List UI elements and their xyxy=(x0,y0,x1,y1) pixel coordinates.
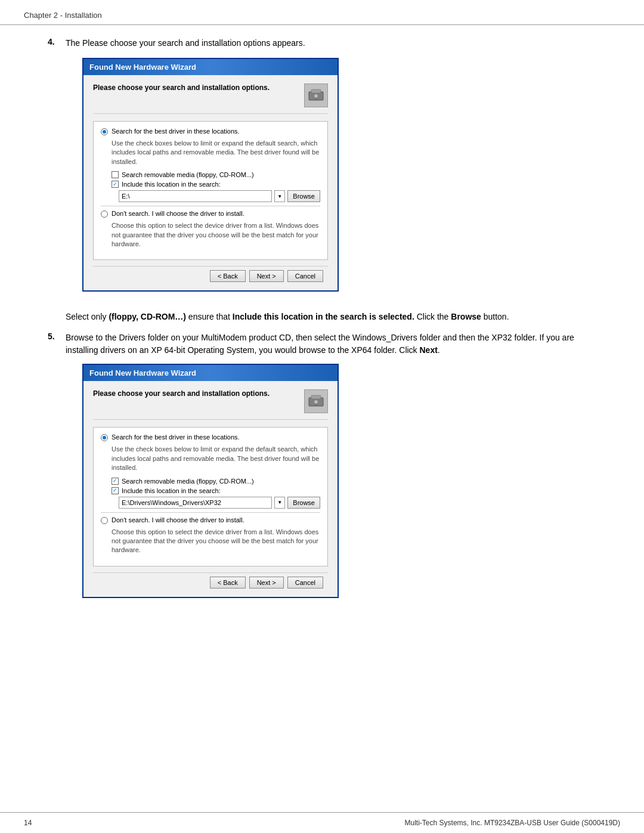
radio-label-1b: Don't search. I will choose the driver t… xyxy=(112,210,244,217)
page-footer: 14 Multi-Tech Systems, Inc. MT9234ZBA-US… xyxy=(0,812,644,833)
step-4-number: 4. xyxy=(48,37,60,300)
svg-rect-5 xyxy=(311,395,321,399)
path-input-2[interactable] xyxy=(119,497,272,509)
checkbox-row-2b[interactable]: Include this location in the search: xyxy=(112,487,320,494)
cancel-button-2[interactable]: Cancel xyxy=(287,577,323,589)
wizard-title-bar-2: Found New Hardware Wizard xyxy=(83,365,338,381)
bold-browse: Browse xyxy=(451,312,481,321)
step-5-text: Browse to the Drivers folder on your Mul… xyxy=(66,333,574,355)
content-area: 4. The Please choose your search and ins… xyxy=(0,25,644,812)
bold-include: Include this location in the search is s… xyxy=(233,312,414,321)
checkbox-2b[interactable] xyxy=(112,487,119,494)
path-row-2: ▼ Browse xyxy=(119,497,320,509)
footer-page-number: 14 xyxy=(24,819,32,827)
wizard-header-title-2: Please choose your search and installati… xyxy=(93,389,270,398)
bold-next: Next xyxy=(420,345,438,355)
wizard-content-1: Search for the best driver in these loca… xyxy=(93,121,328,260)
svg-rect-3 xyxy=(315,98,317,100)
wizard-dialog-1: Found New Hardware Wizard Please choose … xyxy=(82,58,339,292)
browse-button-1[interactable]: Browse xyxy=(287,190,320,202)
path-input-1[interactable] xyxy=(119,190,272,202)
svg-rect-1 xyxy=(311,89,321,93)
radio-option-2a[interactable]: Search for the best driver in these loca… xyxy=(101,433,320,441)
radio-desc-1a: Use the check boxes below to limit or ex… xyxy=(112,139,320,166)
step-5-number: 5. xyxy=(48,332,60,606)
divider-2 xyxy=(101,512,320,513)
divider-1 xyxy=(101,206,320,206)
radio-label-1a: Search for the best driver in these loca… xyxy=(112,128,240,135)
radio-option-2b[interactable]: Don't search. I will choose the driver t… xyxy=(101,516,320,524)
path-dropdown-2[interactable]: ▼ xyxy=(274,497,285,509)
checkbox-row-1b[interactable]: Include this location in the search: xyxy=(112,181,320,188)
checkbox-label-2a: Search removable media (floppy, CD-ROM..… xyxy=(122,478,254,485)
radio-desc-1b: Choose this option to select the device … xyxy=(112,221,320,249)
chapter-label: Chapter 2 - Installation xyxy=(24,11,102,20)
checkbox-2a[interactable] xyxy=(112,478,119,485)
hardware-icon-2 xyxy=(304,389,328,413)
wizard-dialog-2: Found New Hardware Wizard Please choose … xyxy=(82,364,339,597)
wizard-title-1: Found New Hardware Wizard xyxy=(89,63,196,72)
radio-label-2b: Don't search. I will choose the driver t… xyxy=(112,516,244,524)
chapter-header: Chapter 2 - Installation xyxy=(0,0,644,25)
wizard-title-bar-1: Found New Hardware Wizard xyxy=(83,59,338,75)
checkbox-label-1b: Include this location in the search: xyxy=(122,181,221,188)
back-button-2[interactable]: < Back xyxy=(210,577,246,589)
svg-point-6 xyxy=(314,400,318,404)
wizard-header-title-1: Please choose your search and installati… xyxy=(93,83,270,92)
wizard-content-2: Search for the best driver in these loca… xyxy=(93,427,328,566)
radio-option-1a[interactable]: Search for the best driver in these loca… xyxy=(101,128,320,135)
step-4-intro: The Please choose your search and instal… xyxy=(66,38,305,48)
cancel-button-1[interactable]: Cancel xyxy=(287,270,323,282)
hardware-icon-1 xyxy=(304,83,328,107)
wizard-header-row-2: Please choose your search and installati… xyxy=(93,389,328,420)
back-button-1[interactable]: < Back xyxy=(210,270,246,282)
radio-label-2a: Search for the best driver in these loca… xyxy=(112,433,240,441)
step-4: 4. The Please choose your search and ins… xyxy=(48,37,608,300)
wizard-footer-2: < Back Next > Cancel xyxy=(93,572,328,591)
footer-doc-title: Multi-Tech Systems, Inc. MT9234ZBA-USB U… xyxy=(405,819,620,827)
browse-button-2[interactable]: Browse xyxy=(287,497,320,509)
checkbox-row-2a[interactable]: Search removable media (floppy, CD-ROM..… xyxy=(112,478,320,485)
wizard-body-2: Please choose your search and installati… xyxy=(83,381,338,596)
checkbox-1b[interactable] xyxy=(112,181,119,188)
checkbox-row-1a[interactable]: Search removable media (floppy, CD-ROM..… xyxy=(112,171,320,178)
svg-rect-7 xyxy=(315,404,317,406)
wizard-header-row-1: Please choose your search and installati… xyxy=(93,83,328,114)
wizard-footer-1: < Back Next > Cancel xyxy=(93,266,328,284)
step-4-followup: Select only (floppy, CD-ROM…) ensure tha… xyxy=(66,311,608,323)
checkbox-label-1a: Search removable media (floppy, CD-ROM..… xyxy=(122,171,254,178)
next-button-2[interactable]: Next > xyxy=(249,577,284,589)
radio-option-1b[interactable]: Don't search. I will choose the driver t… xyxy=(101,210,320,218)
svg-point-2 xyxy=(314,94,318,98)
checkbox-label-2b: Include this location in the search: xyxy=(122,487,221,494)
page-container: Chapter 2 - Installation 4. The Please c… xyxy=(0,0,644,833)
next-button-1[interactable]: Next > xyxy=(249,270,284,282)
bold-floppy: (floppy, CD-ROM…) xyxy=(109,312,186,321)
radio-circle-2a[interactable] xyxy=(101,434,108,441)
radio-desc-2b: Choose this option to select the device … xyxy=(112,528,320,555)
step-5: 5. Browse to the Drivers folder on your … xyxy=(48,332,608,606)
checkbox-1a[interactable] xyxy=(112,171,119,178)
wizard-body-1: Please choose your search and installati… xyxy=(83,75,338,290)
path-dropdown-1[interactable]: ▼ xyxy=(274,190,285,202)
wizard-title-2: Found New Hardware Wizard xyxy=(89,368,196,377)
radio-circle-1a[interactable] xyxy=(101,128,108,135)
radio-desc-2a: Use the check boxes below to limit or ex… xyxy=(112,445,320,472)
radio-circle-1b[interactable] xyxy=(101,210,108,218)
radio-circle-2b[interactable] xyxy=(101,517,108,524)
path-row-1: ▼ Browse xyxy=(119,190,320,202)
